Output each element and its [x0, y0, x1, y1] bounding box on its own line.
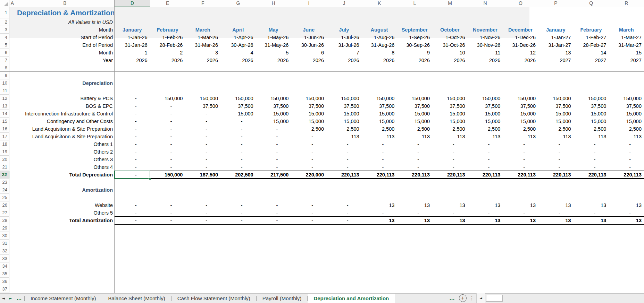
- cell-R17[interactable]: 113: [609, 133, 644, 140]
- column-header-R[interactable]: R: [609, 0, 644, 7]
- section-header[interactable]: Amortization: [15, 186, 115, 194]
- cell-I27[interactable]: -: [291, 209, 326, 217]
- cell-E21[interactable]: -: [150, 163, 185, 171]
- select-all-corner[interactable]: [0, 0, 9, 7]
- row-header-8[interactable]: 8: [0, 64, 9, 72]
- sheet-tab-1[interactable]: Balance Sheet (Monthly): [102, 294, 171, 303]
- column-header-O[interactable]: O: [503, 0, 538, 7]
- cell-I12[interactable]: 150,000: [291, 95, 326, 102]
- start-of-period-F[interactable]: 1-Mar-26: [185, 34, 220, 41]
- cell-R27[interactable]: -: [609, 209, 644, 217]
- month-name-H[interactable]: May: [256, 26, 291, 34]
- year-L[interactable]: 2026: [397, 57, 432, 64]
- cell-Q15[interactable]: 15,000: [574, 118, 609, 125]
- cell-O14[interactable]: 15,000: [503, 110, 538, 118]
- cell-H18[interactable]: -: [256, 140, 291, 148]
- end-of-period-D[interactable]: 31-Jan-26: [115, 41, 150, 49]
- month-number-K[interactable]: 8: [362, 49, 397, 57]
- cell-I19[interactable]: -: [291, 148, 326, 156]
- cell-P21[interactable]: -: [538, 163, 574, 171]
- cell-P15[interactable]: 15,000: [538, 118, 574, 125]
- cell-F14[interactable]: -: [185, 110, 220, 118]
- month-number-O[interactable]: 12: [503, 49, 538, 57]
- cell-N21[interactable]: -: [468, 163, 503, 171]
- header-row-label[interactable]: Month: [15, 49, 115, 57]
- cell-P13[interactable]: 37,500: [538, 102, 574, 110]
- row-label[interactable]: Others 4: [15, 163, 115, 171]
- row-label[interactable]: Battery & PCS: [15, 95, 115, 102]
- month-number-I[interactable]: 6: [291, 49, 326, 57]
- cell-M18[interactable]: -: [432, 140, 468, 148]
- column-header-E[interactable]: E: [150, 0, 186, 7]
- cell-N26[interactable]: 13: [468, 201, 503, 209]
- row-label[interactable]: Others 3: [15, 156, 115, 163]
- month-number-D[interactable]: 1: [115, 49, 150, 57]
- cell-E16[interactable]: -: [150, 125, 185, 133]
- cell-D15[interactable]: -: [115, 118, 150, 125]
- cell-G18[interactable]: -: [220, 140, 256, 148]
- end-of-period-K[interactable]: 31-Aug-26: [362, 41, 397, 49]
- sheet-tab-2[interactable]: Cash Flow Statement (Monthly): [172, 294, 256, 303]
- sheet-tab-3[interactable]: Payroll (Monthly): [257, 294, 308, 303]
- cell-K19[interactable]: -: [362, 148, 397, 156]
- year-G[interactable]: 2026: [220, 57, 256, 64]
- selection-fill-handle[interactable]: [149, 178, 151, 180]
- cell-I21[interactable]: -: [291, 163, 326, 171]
- year-O[interactable]: 2026: [503, 57, 538, 64]
- cell-G15[interactable]: -: [220, 118, 256, 125]
- year-D[interactable]: 2026: [115, 57, 150, 64]
- row-header-30[interactable]: 30: [0, 232, 9, 240]
- hscroll-thumb[interactable]: [486, 295, 503, 302]
- cell-R20[interactable]: -: [609, 156, 644, 163]
- cell-N18[interactable]: -: [468, 140, 503, 148]
- cell-H14[interactable]: 15,000: [256, 110, 291, 118]
- cell-Q13[interactable]: 37,500: [574, 102, 609, 110]
- month-number-J[interactable]: 7: [326, 49, 362, 57]
- cell-M20[interactable]: -: [432, 156, 468, 163]
- row-header-13[interactable]: 13: [0, 102, 9, 110]
- cell-D12[interactable]: -: [115, 95, 150, 102]
- cell-J17[interactable]: 113: [326, 133, 362, 140]
- row-header-21[interactable]: 21: [0, 163, 9, 171]
- row-header-11[interactable]: 11: [0, 87, 9, 95]
- month-name-P[interactable]: January: [538, 26, 574, 34]
- cell-I14[interactable]: 15,000: [291, 110, 326, 118]
- cell-F15[interactable]: -: [185, 118, 220, 125]
- month-name-D[interactable]: January: [115, 26, 150, 34]
- month-number-Q[interactable]: 14: [574, 49, 609, 57]
- cell-H12[interactable]: 150,000: [256, 95, 291, 102]
- year-Q[interactable]: 2027: [574, 57, 609, 64]
- cell-J21[interactable]: -: [326, 163, 362, 171]
- row-label[interactable]: Total Depreciation: [15, 171, 115, 179]
- cell-N14[interactable]: 15,000: [468, 110, 503, 118]
- row-header-19[interactable]: 19: [0, 148, 9, 156]
- month-number-E[interactable]: 2: [150, 49, 185, 57]
- column-header-L[interactable]: L: [397, 0, 433, 7]
- cell-O13[interactable]: 37,500: [503, 102, 538, 110]
- cell-L27[interactable]: -: [397, 209, 432, 217]
- end-of-period-H[interactable]: 31-May-26: [256, 41, 291, 49]
- more-sheets-left-button[interactable]: …: [14, 294, 24, 303]
- column-header-A[interactable]: A: [9, 0, 16, 7]
- cell-Q19[interactable]: -: [574, 148, 609, 156]
- end-of-period-J[interactable]: 31-Jul-26: [326, 41, 362, 49]
- cell-N27[interactable]: -: [468, 209, 503, 217]
- cell-Q27[interactable]: -: [574, 209, 609, 217]
- cell-H15[interactable]: 15,000: [256, 118, 291, 125]
- cell-P14[interactable]: 15,000: [538, 110, 574, 118]
- cell-M19[interactable]: -: [432, 148, 468, 156]
- cell-E17[interactable]: -: [150, 133, 185, 140]
- row-label[interactable]: Website: [15, 201, 115, 209]
- cell-O16[interactable]: 2,500: [503, 125, 538, 133]
- row-label[interactable]: Land Acquisitonn & Site Preparation: [15, 125, 115, 133]
- start-of-period-P[interactable]: 1-Jan-27: [538, 34, 574, 41]
- cell-L17[interactable]: 113: [397, 133, 432, 140]
- cell-P16[interactable]: 2,500: [538, 125, 574, 133]
- section-header[interactable]: Depreciation: [15, 79, 115, 87]
- hscroll-left-button[interactable]: ◄: [476, 293, 485, 303]
- cell-N20[interactable]: -: [468, 156, 503, 163]
- cell-K26[interactable]: 13: [362, 201, 397, 209]
- row-header-33[interactable]: 33: [0, 255, 9, 262]
- cell-F19[interactable]: -: [185, 148, 220, 156]
- row-label[interactable]: Others 1: [15, 140, 115, 148]
